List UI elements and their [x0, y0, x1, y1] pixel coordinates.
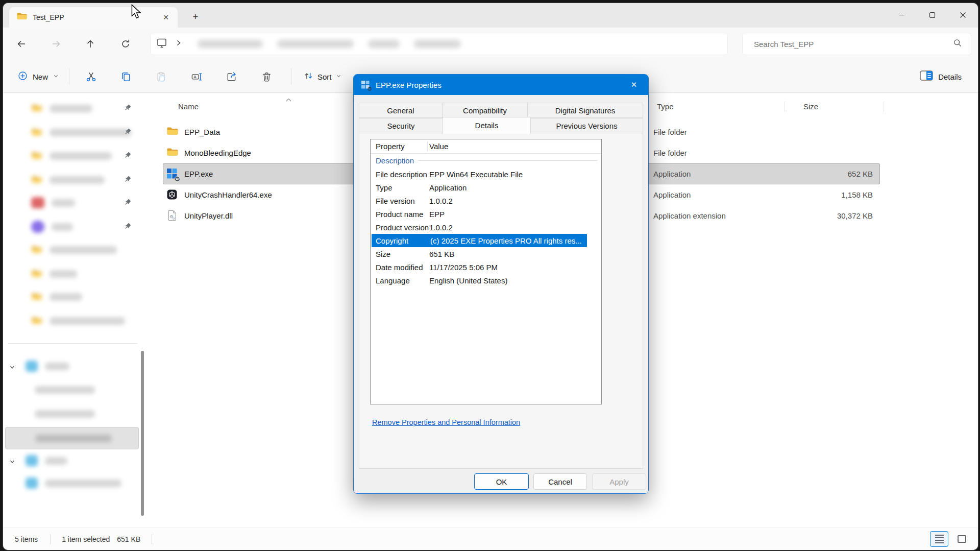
sort-button-label: Sort: [317, 73, 332, 81]
sidebar-pinned-folder[interactable]: [3, 100, 140, 117]
folder-icon: [16, 12, 28, 23]
sidebar-selected-item[interactable]: [5, 427, 139, 449]
sidebar-tree-subitem[interactable]: [3, 405, 140, 422]
sidebar-pinned-folder[interactable]: [3, 171, 140, 188]
plus-circle-icon: [17, 70, 28, 83]
tab-details-active[interactable]: Details: [443, 117, 531, 134]
window-controls: [886, 3, 978, 27]
column-header-size[interactable]: Size: [791, 102, 884, 111]
sidebar-scrollbar-thumb[interactable]: [141, 351, 144, 516]
sidebar-pinned-item[interactable]: [3, 218, 140, 235]
sidebar-divider: [8, 343, 137, 344]
file-type: Application extension: [653, 211, 788, 220]
toolbar-separator: [69, 68, 69, 85]
new-button[interactable]: New: [11, 66, 65, 87]
search-box[interactable]: Search Test_EPP: [742, 33, 971, 55]
breadcrumb-segment-blurred[interactable]: [368, 40, 400, 48]
property-row[interactable]: LanguageEnglish (United States): [371, 274, 601, 287]
breadcrumb-chevron-icon[interactable]: [175, 39, 182, 49]
property-row[interactable]: Date modified11/17/2025 5:06 PM: [371, 260, 601, 274]
file-name: MonoBleedingEdge: [184, 149, 251, 157]
header-property[interactable]: Property: [371, 142, 429, 151]
address-bar[interactable]: [150, 33, 728, 55]
property-row[interactable]: Size651 KB: [371, 247, 601, 260]
dialog-body: General Compatibility Digital Signatures…: [354, 95, 648, 493]
forward-button: [47, 35, 65, 53]
header-separator[interactable]: [427, 141, 428, 152]
column-separator[interactable]: [785, 102, 785, 112]
details-view-toggle[interactable]: [930, 531, 948, 547]
tab-compatibility[interactable]: Compatibility: [442, 103, 528, 118]
refresh-button[interactable]: [116, 35, 135, 53]
file-type: Application: [653, 170, 788, 178]
cancel-button[interactable]: Cancel: [533, 473, 587, 490]
delete-button[interactable]: [255, 66, 278, 87]
property-row-selected-copyright[interactable]: Copyright(c) 2025 EXE Properties PRO All…: [372, 234, 587, 247]
share-button[interactable]: [220, 66, 242, 87]
details-pane-icon: [920, 70, 933, 83]
minimize-button[interactable]: [886, 3, 917, 27]
sidebar-tree-subitem[interactable]: [3, 381, 140, 398]
sidebar-folder[interactable]: [3, 312, 140, 329]
tab-digital-signatures[interactable]: Digital Signatures: [527, 103, 643, 118]
breadcrumb-segment-blurred[interactable]: [414, 40, 461, 48]
sidebar-this-pc[interactable]: [3, 357, 140, 375]
sidebar-folder[interactable]: [3, 241, 140, 258]
dialog-close-icon[interactable]: ✕: [624, 77, 644, 93]
column-header-type[interactable]: Type: [657, 102, 791, 111]
property-row[interactable]: File descriptionEPP Win64 Executable Fil…: [371, 167, 601, 181]
search-placeholder: Search Test_EPP: [754, 40, 952, 49]
dialog-title-bar[interactable]: ⚙ EPP.exe Properties ✕: [354, 75, 648, 95]
dll-page-gears-icon: ⚙⚙: [166, 210, 179, 222]
cut-button[interactable]: [80, 66, 102, 87]
navigation-sidebar: [3, 93, 144, 528]
breadcrumb-segment-blurred[interactable]: [198, 40, 263, 48]
selection-size: 651 KB: [117, 535, 140, 543]
file-size: 30,372 KB: [788, 211, 880, 220]
sidebar-pinned-folder[interactable]: [3, 124, 140, 141]
folder-icon: [166, 147, 179, 159]
up-button[interactable]: [81, 35, 100, 53]
column-separator[interactable]: [884, 102, 884, 112]
rename-button[interactable]: A: [185, 66, 208, 87]
search-icon[interactable]: [952, 38, 963, 50]
sidebar-folder[interactable]: [3, 288, 140, 305]
sidebar-folder[interactable]: [3, 265, 140, 282]
sidebar-pinned-item[interactable]: [3, 194, 140, 211]
tab-general[interactable]: General: [359, 103, 443, 118]
sidebar-tree-item[interactable]: [3, 474, 140, 492]
tab-previous-versions[interactable]: Previous Versions: [530, 118, 643, 133]
details-button-label: Details: [938, 73, 962, 81]
view-details-button[interactable]: Details: [915, 66, 967, 87]
this-pc-monitor-icon[interactable]: [156, 37, 168, 51]
property-row[interactable]: Product nameEPP: [371, 207, 601, 221]
dialog-tab-row-1: General Compatibility Digital Signatures: [359, 103, 644, 118]
svg-text:A: A: [193, 74, 197, 79]
property-row[interactable]: Product version1.0.0.2: [371, 221, 601, 234]
screen: Test_EPP ✕ + Search Test_EPP: [0, 0, 980, 551]
copy-button[interactable]: [114, 66, 137, 87]
maximize-button[interactable]: [917, 3, 947, 27]
ok-button[interactable]: OK: [474, 473, 529, 490]
sidebar-network[interactable]: [3, 452, 140, 469]
new-tab-button[interactable]: +: [188, 10, 203, 23]
explorer-tab[interactable]: Test_EPP ✕: [9, 7, 178, 28]
sidebar-pinned-folder[interactable]: [3, 147, 140, 164]
property-row[interactable]: File version1.0.0.2: [371, 194, 601, 207]
large-icons-view-toggle[interactable]: [952, 531, 971, 547]
breadcrumb-segment-blurred[interactable]: [277, 40, 354, 48]
close-button[interactable]: [947, 3, 978, 27]
details-tab-page: Property Value Description File descript…: [359, 133, 643, 469]
remove-properties-link[interactable]: Remove Properties and Personal Informati…: [372, 418, 520, 426]
back-button[interactable]: [12, 35, 31, 53]
file-name: UnityCrashHandler64.exe: [184, 190, 272, 199]
header-value[interactable]: Value: [429, 142, 448, 151]
tab-close-icon[interactable]: ✕: [159, 11, 173, 24]
sort-button[interactable]: Sort: [298, 66, 347, 87]
status-separator: [50, 534, 51, 544]
tab-security[interactable]: Security: [359, 118, 443, 133]
tree-expand-chevron-icon[interactable]: [9, 363, 15, 372]
property-row[interactable]: TypeApplication: [371, 181, 601, 194]
tree-expand-chevron-icon[interactable]: [9, 458, 15, 467]
chevron-down-icon: [335, 72, 342, 81]
